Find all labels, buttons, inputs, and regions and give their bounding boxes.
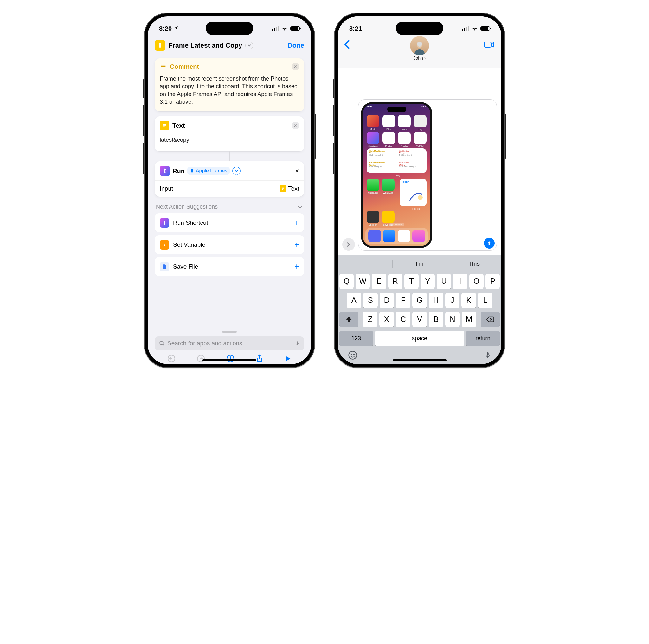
numbers-key[interactable]: 123 [339, 331, 373, 346]
key-s[interactable]: S [363, 293, 378, 308]
key-c[interactable]: C [396, 312, 410, 327]
keyboard[interactable]: I I'm This QWERTYUIOP ASDFGHJKL ZXCVBNM … [338, 255, 501, 364]
add-suggestion-button[interactable]: + [294, 261, 299, 272]
return-key[interactable]: return [466, 331, 500, 346]
backspace-key[interactable] [481, 312, 500, 327]
action-connector [155, 156, 304, 161]
key-i[interactable]: I [453, 274, 467, 289]
svg-line-12 [163, 344, 164, 345]
app-media: Media [366, 115, 379, 130]
suggestion-set-variable[interactable]: x Set Variable + [155, 235, 304, 254]
input-value[interactable]: Text [279, 185, 299, 192]
text-icon [279, 185, 287, 192]
suggestions-header[interactable]: Next Action Suggestions [155, 202, 304, 213]
shortcut-title[interactable]: Frame Latest and Copy [169, 42, 242, 49]
svg-point-23 [392, 224, 393, 225]
key-p[interactable]: P [485, 274, 500, 289]
expand-action-button[interactable] [232, 167, 241, 175]
mic-icon[interactable] [295, 340, 300, 347]
app-obsidian: Obsidian [366, 210, 379, 226]
key-l[interactable]: L [478, 293, 492, 308]
suggestion-run-shortcut[interactable]: Run Shortcut + [155, 213, 304, 232]
add-suggestion-button[interactable]: + [294, 240, 299, 249]
signal-icon [462, 26, 469, 31]
key-m[interactable]: M [462, 312, 476, 327]
send-button[interactable] [484, 238, 495, 249]
done-button[interactable]: Done [288, 42, 305, 49]
quicktype-bar[interactable]: I I'm This [338, 256, 501, 272]
run-button[interactable] [285, 355, 292, 364]
back-button[interactable] [344, 37, 350, 51]
title-menu-button[interactable] [245, 42, 253, 49]
share-button[interactable] [256, 354, 263, 364]
home-indicator[interactable] [203, 359, 256, 361]
key-u[interactable]: U [437, 274, 451, 289]
prediction[interactable]: I'm [392, 256, 447, 272]
suggestion-label: Run Shortcut [173, 219, 208, 227]
key-j[interactable]: J [445, 293, 460, 308]
emoji-button[interactable] [348, 350, 357, 360]
contact-header[interactable]: John [410, 36, 429, 61]
svg-point-20 [417, 42, 422, 47]
key-d[interactable]: D [380, 293, 394, 308]
pasted-image-attachment[interactable]: 8:21●●● MediaFilesUnreadIvory ShortcutsP… [361, 102, 432, 248]
wifi-icon [472, 26, 478, 31]
app-unread: Unread [398, 115, 411, 130]
key-e[interactable]: E [372, 274, 386, 289]
delete-action-button[interactable]: ✕ [295, 168, 299, 174]
comment-action[interactable]: Comment ✕ Frame the most recent screensh… [155, 58, 304, 111]
dock-app [368, 230, 381, 242]
key-g[interactable]: G [412, 293, 427, 308]
location-icon [174, 26, 178, 31]
contact-name: John [410, 55, 429, 61]
key-z[interactable]: Z [363, 312, 378, 327]
svg-point-17 [230, 357, 231, 357]
home-indicator[interactable] [393, 359, 446, 361]
chevron-down-icon [297, 204, 303, 210]
key-r[interactable]: R [388, 274, 402, 289]
prediction[interactable]: This [447, 256, 501, 272]
facetime-button[interactable] [484, 37, 495, 50]
key-v[interactable]: V [412, 312, 427, 327]
key-y[interactable]: Y [421, 274, 435, 289]
wifi-icon [282, 26, 288, 31]
delete-action-button[interactable]: ✕ [292, 122, 299, 129]
key-b[interactable]: B [429, 312, 443, 327]
dictation-button[interactable] [484, 350, 491, 360]
compose-field[interactable]: 8:21●●● MediaFilesUnreadIvory ShortcutsP… [358, 99, 497, 251]
run-shortcut-parameter[interactable]: Apple Frames [187, 167, 230, 175]
shortcut-nav: Frame Latest and Copy Done [148, 36, 311, 54]
text-action[interactable]: Text ✕ latest&copy [155, 116, 304, 151]
key-f[interactable]: F [396, 293, 410, 308]
key-x[interactable]: X [379, 312, 394, 327]
shortcuts-icon [160, 218, 169, 228]
shift-key[interactable] [339, 312, 358, 327]
key-q[interactable]: Q [339, 274, 354, 289]
key-h[interactable]: H [429, 293, 443, 308]
prediction[interactable]: I [338, 256, 392, 272]
key-a[interactable]: A [347, 293, 361, 308]
suggestion-save-file[interactable]: Save File + [155, 257, 304, 276]
today-widget: Today [400, 178, 427, 206]
app-photos: Photos [383, 132, 395, 147]
sheet-handle[interactable] [222, 331, 237, 333]
key-w[interactable]: W [355, 274, 370, 289]
text-value[interactable]: latest&copy [155, 135, 304, 151]
add-suggestion-button[interactable]: + [294, 218, 299, 228]
key-n[interactable]: N [445, 312, 460, 327]
key-o[interactable]: O [469, 274, 484, 289]
search-input[interactable]: Search for apps and actions [155, 336, 304, 350]
key-k[interactable]: K [462, 293, 476, 308]
key-t[interactable]: T [404, 274, 419, 289]
run-shortcut-action[interactable]: Run Apple Frames ✕ Input [155, 161, 304, 197]
shortcut-actions-list[interactable]: Comment ✕ Frame the most recent screensh… [148, 54, 311, 328]
delete-action-button[interactable]: ✕ [292, 63, 299, 70]
svg-line-24 [393, 225, 393, 225]
apps-drawer-button[interactable] [342, 238, 355, 251]
svg-rect-7 [191, 169, 193, 173]
contact-avatar [410, 36, 429, 55]
app-shortcuts: Shortcuts [366, 132, 379, 147]
editor-toolbar [148, 350, 311, 364]
space-key[interactable]: space [375, 331, 464, 346]
undo-button[interactable] [167, 355, 176, 364]
